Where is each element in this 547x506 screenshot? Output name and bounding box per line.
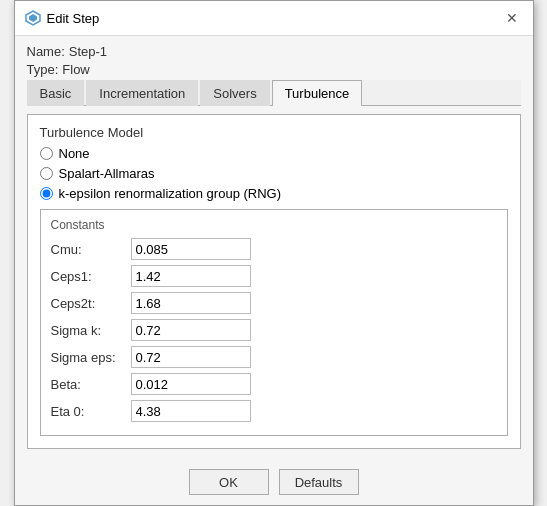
- name-value: Step-1: [69, 44, 107, 59]
- field-row-sigmak: Sigma k:: [51, 319, 497, 341]
- name-label: Name:: [27, 44, 65, 59]
- tab-turbulence[interactable]: Turbulence: [272, 80, 363, 106]
- field-row-cmu: Cmu:: [51, 238, 497, 260]
- constants-box: Constants Cmu: Ceps1: Ceps2t: Sigma k:: [40, 209, 508, 436]
- type-row: Type: Flow: [27, 62, 521, 77]
- tab-bar: Basic Incrementation Solvers Turbulence: [27, 80, 521, 106]
- dialog-title: Edit Step: [47, 11, 100, 26]
- eta0-label: Eta 0:: [51, 404, 131, 419]
- app-icon: [25, 10, 41, 26]
- dialog-body: Name: Step-1 Type: Flow Basic Incrementa…: [15, 36, 533, 459]
- beta-label: Beta:: [51, 377, 131, 392]
- close-button[interactable]: ✕: [501, 7, 523, 29]
- eta0-input[interactable]: [131, 400, 251, 422]
- tab-incrementation[interactable]: Incrementation: [86, 80, 198, 106]
- ceps2t-label: Ceps2t:: [51, 296, 131, 311]
- footer: OK Defaults: [15, 459, 533, 505]
- name-row: Name: Step-1: [27, 44, 521, 59]
- cmu-input[interactable]: [131, 238, 251, 260]
- radio-group: None Spalart-Allmaras k-epsilon renormal…: [40, 146, 508, 201]
- sigmaeps-input[interactable]: [131, 346, 251, 368]
- defaults-button[interactable]: Defaults: [279, 469, 359, 495]
- beta-input[interactable]: [131, 373, 251, 395]
- title-bar-left: Edit Step: [25, 10, 100, 26]
- radio-kepsilon-label: k-epsilon renormalization group (RNG): [59, 186, 282, 201]
- ok-button[interactable]: OK: [189, 469, 269, 495]
- field-row-eta0: Eta 0:: [51, 400, 497, 422]
- radio-spalart-input[interactable]: [40, 167, 53, 180]
- type-label: Type:: [27, 62, 59, 77]
- field-row-sigmaeps: Sigma eps:: [51, 346, 497, 368]
- edit-step-dialog: Edit Step ✕ Name: Step-1 Type: Flow Basi…: [14, 0, 534, 506]
- ceps1-input[interactable]: [131, 265, 251, 287]
- type-value: Flow: [62, 62, 89, 77]
- radio-kepsilon-input[interactable]: [40, 187, 53, 200]
- cmu-label: Cmu:: [51, 242, 131, 257]
- radio-none-label: None: [59, 146, 90, 161]
- ceps1-label: Ceps1:: [51, 269, 131, 284]
- radio-spalart[interactable]: Spalart-Allmaras: [40, 166, 508, 181]
- radio-none[interactable]: None: [40, 146, 508, 161]
- field-row-ceps2t: Ceps2t:: [51, 292, 497, 314]
- ceps2t-input[interactable]: [131, 292, 251, 314]
- field-row-ceps1: Ceps1:: [51, 265, 497, 287]
- field-row-beta: Beta:: [51, 373, 497, 395]
- svg-marker-1: [29, 14, 37, 22]
- radio-kepsilon[interactable]: k-epsilon renormalization group (RNG): [40, 186, 508, 201]
- sigmak-input[interactable]: [131, 319, 251, 341]
- turbulence-panel: Turbulence Model None Spalart-Allmaras k…: [27, 114, 521, 449]
- radio-spalart-label: Spalart-Allmaras: [59, 166, 155, 181]
- radio-none-input[interactable]: [40, 147, 53, 160]
- sigmaeps-label: Sigma eps:: [51, 350, 131, 365]
- turbulence-group-label: Turbulence Model: [40, 125, 508, 140]
- sigmak-label: Sigma k:: [51, 323, 131, 338]
- title-bar: Edit Step ✕: [15, 1, 533, 36]
- tab-basic[interactable]: Basic: [27, 80, 85, 106]
- constants-label: Constants: [51, 218, 497, 232]
- tab-solvers[interactable]: Solvers: [200, 80, 269, 106]
